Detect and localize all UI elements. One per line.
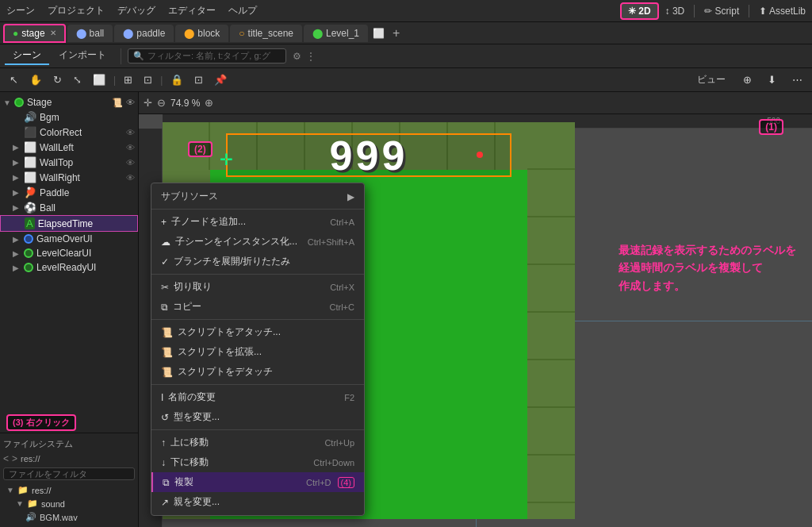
fs-bgm-label: BGM.wav [40,513,78,522]
tree-item-elapsedtime[interactable]: A ElapsedTime [0,215,138,232]
view-controls: ビュー ⊕ ⬇ ⋯ [691,71,807,88]
ctx-add-shortcut: Ctrl+A [330,217,354,227]
colorrect-eye: 👁 [126,128,135,137]
tool-group[interactable]: ⊡ [190,72,208,87]
ctx-rename[interactable]: I 名前の変更 F2 [151,387,364,407]
ctx-extend-icon: 📜 [161,347,173,358]
callout3-label: (3) 右クリック [6,414,76,431]
tab-paddle[interactable]: ⬤ paddle [114,25,174,42]
tool-snap[interactable]: ⊞ [119,72,137,87]
ctx-move-up[interactable]: ↑ 上に移動 Ctrl+Up [151,433,364,452]
tool-rotate[interactable]: ↻ [48,72,67,87]
ctx-duplicate[interactable]: ⧉ 複製 Ctrl+D (4) [151,472,364,492]
elapsed-icon: A [25,217,35,229]
ctx-parent-label: 親を変更... [174,495,220,509]
ctx-rename-icon: I [161,392,163,403]
tree-item-stage[interactable]: ▼ Stage 📜 👁 [0,95,138,110]
tree-label-walltop: WallTop [40,157,73,168]
tree-item-wallleft[interactable]: ▶ ⬜ WallLeft 👁 [0,140,138,155]
ctx-extend-script[interactable]: 📜 スクリプトを拡張... [151,342,364,362]
tool-transform[interactable]: ⬜ [88,72,110,87]
ctx-instance-scene[interactable]: ☁ 子シーンをインスタンス化... Ctrl+Shift+A [151,232,364,252]
fs-res-label: res:// [32,486,51,495]
tab-box-icon: ⬜ [373,28,385,39]
menu-scene[interactable]: シーン [6,4,35,17]
ctx-expand-branch[interactable]: ✓ ブランチを展開/折りたたみ [151,252,364,271]
view-label[interactable]: ビュー [691,71,732,88]
tree-item-gameoverui[interactable]: ▶ GameOverUI [0,232,138,246]
menu-project[interactable]: プロジェクト [48,4,105,17]
btn-3d[interactable]: ↕ 3D [665,6,685,17]
view-download[interactable]: ⬇ [763,72,781,87]
tab-level1[interactable]: ⬤ Level_1 [304,25,368,42]
menu-help[interactable]: ヘルプ [228,4,257,17]
ctx-attach-script[interactable]: 📜 スクリプトをアタッチ... [151,322,364,342]
tool-pin[interactable]: 📌 [209,72,232,87]
fs-item-sound[interactable]: ▼ 📁 sound [3,497,135,510]
vp-zoom-in[interactable]: ⊕ [205,97,213,109]
scene-tab-scene[interactable]: シーン [5,47,49,65]
fs-path: res:// [21,454,40,464]
view-more[interactable]: ⋯ [787,72,807,87]
fs-item-res[interactable]: ▼ 📁 res:// [3,483,135,497]
tree-item-bgm[interactable]: 🔊 Bgm [0,110,138,125]
ctx-cut-shortcut: Ctrl+X [330,283,354,292]
tree-item-levelreadyui[interactable]: ▶ LevelReadyUI [0,260,138,275]
ctx-dup-icon: ⧉ [163,477,170,488]
ctx-moveup-icon: ↑ [161,437,166,448]
tab-add-button[interactable]: + [388,26,404,40]
tool-scale[interactable]: ⤡ [68,72,86,87]
scene-tab-import[interactable]: インポート [51,47,114,65]
filter-settings-icon[interactable]: ⚙ [293,51,301,62]
ctx-movedown-icon: ↓ [161,457,166,468]
tree-label-levelreadyui: LevelReadyUI [36,262,96,273]
tree-item-colorrect[interactable]: ⬛ ColorRect 👁 [0,125,138,140]
filter-box[interactable]: 🔍 フィルター: 名前, t:タイプ, g:グ [128,48,286,63]
tab-paddle-icon: ⬤ [123,28,133,39]
tree-arrow-wallright: ▶ [13,173,21,182]
tab-stage[interactable]: ● stage ✕ [3,24,66,43]
tab-stage-close[interactable]: ✕ [50,29,56,37]
ctx-change-parent[interactable]: ↗ 親を変更... [151,492,364,512]
tab-block[interactable]: ⬤ block [175,25,228,42]
tree-item-paddle[interactable]: ▶ 🏓 Paddle [0,185,138,200]
stage-script-icon: 📜 [112,98,123,108]
vp-move-icon[interactable]: ✛ [144,97,152,109]
tree-item-ball[interactable]: ▶ ⚽ Ball [0,200,138,215]
fs-filter-input[interactable] [3,467,135,480]
ctx-change-type[interactable]: ↺ 型を変更... [151,407,364,427]
ctx-detach-label: スクリプトをデタッチ [178,365,273,379]
fs-item-bgm[interactable]: 🔊 BGM.wav [3,510,135,524]
ctx-copy[interactable]: ⧉ コピー Ctrl+C [151,297,364,317]
fs-nav-back[interactable]: < [3,453,9,464]
ctx-move-down[interactable]: ↓ 下に移動 Ctrl+Down [151,452,364,472]
ctx-detach-script[interactable]: 📜 スクリプトをデタッチ [151,362,364,382]
filter-more-icon[interactable]: ⋮ [306,51,316,62]
ctx-parent-icon: ↗ [161,497,169,508]
tree-item-levelclearui[interactable]: ▶ LevelClearUI [0,246,138,260]
ctx-cut-icon: ✂ [161,282,169,293]
ball-icon: ⚽ [24,202,36,213]
tree-arrow-paddle: ▶ [13,188,21,197]
menu-editor[interactable]: エディター [168,4,216,17]
tool-move[interactable]: ✋ [25,72,47,87]
ctx-add-child[interactable]: + 子ノードを追加... Ctrl+A [151,212,364,232]
btn-2d[interactable]: ✳ 2D [620,2,659,20]
tool-lock[interactable]: 🔒 [166,72,188,87]
ctx-cut[interactable]: ✂ 切り取り Ctrl+X [151,277,364,297]
tree-item-walltop[interactable]: ▶ ⬜ WallTop 👁 [0,155,138,170]
tab-ball[interactable]: ⬤ ball [67,25,113,42]
context-menu: サブリソース ▶ + 子ノードを追加... Ctrl+A ☁ 子シーンをインスタ… [151,183,365,516]
menu-debug[interactable]: デバッグ [117,4,155,17]
btn-assetlib[interactable]: ⬆ AssetLib [759,6,806,17]
tool-select[interactable]: ↖ [5,72,23,87]
view-zoom-in[interactable]: ⊕ [738,72,756,87]
vp-zoom-out[interactable]: ⊖ [157,97,166,109]
tool-grid[interactable]: ⊡ [139,72,157,87]
btn-script[interactable]: ✏ Script [704,6,739,17]
walltop-icon: ⬜ [24,156,36,168]
tab-title-scene[interactable]: ○ title_scene [230,25,302,42]
tree-item-wallright[interactable]: ▶ ⬜ WallRight 👁 [0,170,138,185]
fs-nav-fwd[interactable]: > [12,453,17,464]
editor-tools: ↖ ✋ ↻ ⤡ ⬜ | ⊞ ⊡ | 🔒 ⊡ 📌 ビュー ⊕ ⬇ ⋯ [0,68,812,92]
